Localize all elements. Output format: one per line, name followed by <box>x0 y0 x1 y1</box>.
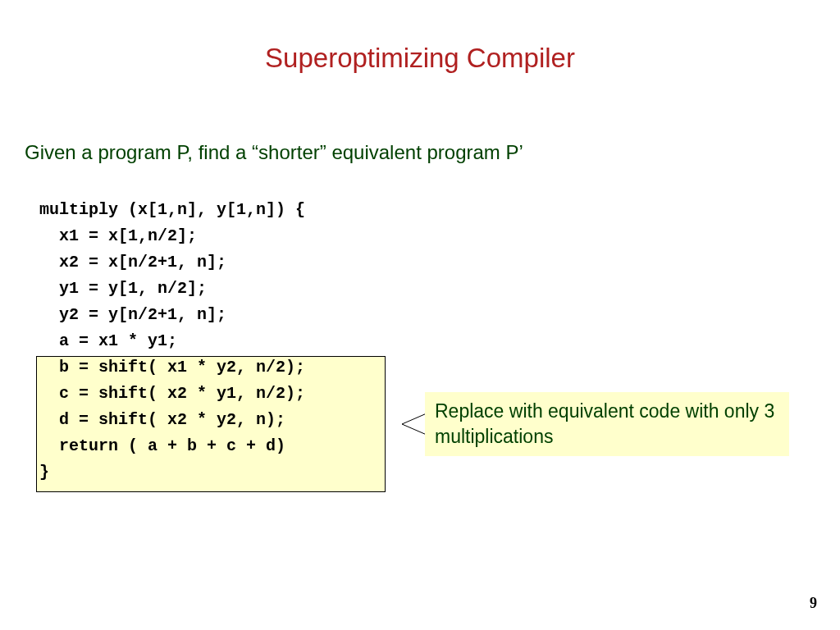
code-line: y1 = y[1, n/2]; <box>39 276 840 302</box>
callout-box: Replace with equivalent code with only 3… <box>425 392 789 456</box>
slide-subtitle: Given a program P, find a “shorter” equi… <box>25 141 840 164</box>
code-line: x1 = x[1,n/2]; <box>39 223 840 249</box>
page-number: 9 <box>810 595 817 612</box>
code-line: } <box>39 459 840 486</box>
code-line: b = shift( x1 * y2, n/2); <box>39 354 840 381</box>
code-line: x2 = x[n/2+1, n]; <box>39 249 840 276</box>
code-line: a = x1 * y1; <box>39 328 840 354</box>
code-line: multiply (x[1,n], y[1,n]) { <box>39 197 840 223</box>
code-line: y2 = y[n/2+1, n]; <box>39 302 840 328</box>
slide-title: Superoptimizing Compiler <box>0 43 840 74</box>
